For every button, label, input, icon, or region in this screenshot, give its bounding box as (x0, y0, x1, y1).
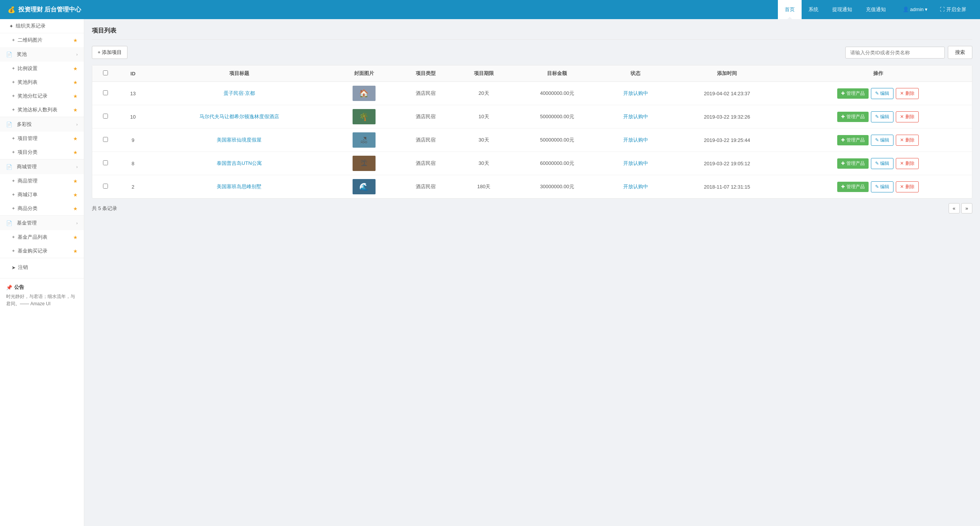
delete-button[interactable]: ✕ 删除 (896, 111, 918, 122)
row-select-checkbox[interactable] (103, 114, 108, 119)
row-id: 13 (119, 82, 147, 105)
user-menu[interactable]: 👤 admin ▾ (897, 0, 934, 19)
status-badge: 开放认购中 (623, 137, 648, 143)
sidebar-item-fund-products[interactable]: ✦ 基金产品列表 ★ (0, 230, 84, 244)
next-page-button[interactable]: » (961, 203, 972, 213)
delete-button[interactable]: ✕ 删除 (896, 181, 918, 192)
manage-product-button[interactable]: ✚ 管理产品 (837, 88, 868, 99)
row-status: 开放认购中 (601, 175, 670, 199)
add-project-button[interactable]: + 添加项目 (92, 46, 127, 59)
jackpot-div-star-icon: ★ (73, 93, 78, 99)
project-title-link[interactable]: 美国塞班仙境度假屋 (217, 137, 261, 143)
sidebar-item-goods[interactable]: ✦ 商品管理 ★ (0, 174, 84, 188)
nav-home[interactable]: 首页 (778, 0, 802, 19)
sidebar-item-jackpot-list[interactable]: ✦ 奖池列表 ★ (0, 75, 84, 89)
fund-purch-plus-icon: ✦ (11, 248, 15, 254)
row-amount: 60000000.00元 (513, 152, 601, 175)
project-title-link[interactable]: 马尔代夫马让都希尔顿逸林度假酒店 (199, 114, 279, 119)
search-input[interactable] (845, 47, 945, 59)
nav-system[interactable]: 系统 (802, 0, 825, 19)
sidebar-logout[interactable]: ➤ 注销 (0, 261, 84, 274)
pagination-area: 共 5 条记录 « » (92, 199, 972, 213)
sidebar-item-qrcode[interactable]: ✦ 二维码图片 ★ (0, 33, 84, 47)
nav-recharge[interactable]: 充值通知 (859, 0, 893, 19)
goods-plus-icon: ✦ (11, 178, 15, 184)
fund-prod-star-icon: ★ (73, 235, 78, 240)
select-all-checkbox[interactable] (103, 70, 108, 75)
row-period: 30天 (455, 129, 513, 152)
fund-prod-plus-icon: ✦ (11, 235, 15, 240)
row-select-checkbox[interactable] (103, 160, 108, 165)
sidebar-item-jackpot-target[interactable]: ✦ 奖池达标人数列表 ★ (0, 103, 84, 117)
project-title-link[interactable]: 泰国普吉岛UTN公寓 (217, 160, 262, 166)
row-select-checkbox[interactable] (103, 184, 108, 189)
row-title: 蛋子民宿·京都 (147, 82, 332, 105)
row-amount: 50000000.00元 (513, 129, 601, 152)
jackpot-list-plus-icon: ✦ (11, 80, 15, 85)
delete-button[interactable]: ✕ 删除 (896, 158, 918, 169)
row-id: 10 (119, 105, 147, 129)
manage-product-button[interactable]: ✚ 管理产品 (837, 158, 868, 169)
row-actions: ✚ 管理产品 ✎ 编辑 ✕ 删除 (784, 82, 972, 105)
row-created: 2019-03-22 19:32:26 (670, 105, 784, 129)
sidebar-item-fund-purchase[interactable]: ✦ 基金购买记录 ★ (0, 244, 84, 258)
prev-page-button[interactable]: « (949, 203, 960, 213)
sidebar-item-jackpot-dividend[interactable]: ✦ 奖池分红记录 ★ (0, 89, 84, 103)
fullscreen-button[interactable]: ⛶ 开启全屏 (934, 0, 972, 19)
manage-product-button[interactable]: ✚ 管理产品 (837, 112, 868, 122)
row-title: 泰国普吉岛UTN公寓 (147, 152, 332, 175)
col-title: 项目标题 (147, 65, 332, 82)
edit-button[interactable]: ✎ 编辑 (871, 88, 893, 99)
orders-star-icon: ★ (73, 192, 78, 198)
row-cover: 🏖 (332, 129, 396, 152)
notice-icon: 📌 (6, 285, 12, 290)
proj-mgr-plus-icon: ✦ (11, 136, 15, 141)
edit-button[interactable]: ✎ 编辑 (871, 158, 893, 169)
sidebar-item-goods-category[interactable]: ✦ 商品分类 ★ (0, 202, 84, 215)
delete-button[interactable]: ✕ 删除 (896, 135, 918, 146)
sidebar-group-fund-header[interactable]: 📄 基金管理 › (0, 216, 84, 230)
brand: 💰 投资理财 后台管理中心 (8, 6, 81, 14)
sidebar-group-shop-header[interactable]: 📄 商城管理 › (0, 160, 84, 174)
sidebar-item-orders[interactable]: ✦ 商城订单 ★ (0, 188, 84, 202)
project-title-link[interactable]: 美国塞班岛思峰别墅 (217, 184, 261, 189)
topnav: 💰 投资理财 后台管理中心 首页 系统 提现通知 充值通知 👤 admin ▾ … (0, 0, 980, 19)
sidebar-notice-text: 时光静好，与君语；细水流年，与君同。—— Amaze UI (6, 293, 78, 308)
project-title-link[interactable]: 蛋子民宿·京都 (224, 90, 255, 96)
proj-cat-plus-icon: ✦ (11, 150, 15, 155)
row-type: 酒店民宿 (396, 105, 454, 129)
col-checkbox (92, 65, 119, 82)
thumbnail: 🌊 (353, 179, 376, 194)
sidebar-item-project-manage[interactable]: ✦ 项目管理 ★ (0, 132, 84, 145)
sidebar-item-goods-category-label: 商品分类 (18, 205, 38, 212)
sidebar-item-org[interactable]: ✦ 组织关系记录 (0, 19, 84, 33)
duocai-group-icon: 📄 (6, 122, 12, 127)
row-amount: 50000000.00元 (513, 105, 601, 129)
sidebar-item-jackpot-list-label: 奖池列表 (18, 79, 38, 86)
sidebar-item-ratio[interactable]: ✦ 比例设置 ★ (0, 62, 84, 75)
sidebar-group-jackpot-header[interactable]: 📄 奖池 › (0, 47, 84, 62)
row-type: 酒店民宿 (396, 175, 454, 199)
edit-button[interactable]: ✎ 编辑 (871, 111, 893, 122)
row-checkbox (92, 175, 119, 199)
status-badge: 开放认购中 (623, 114, 648, 119)
manage-product-button[interactable]: ✚ 管理产品 (837, 135, 868, 145)
search-button[interactable]: 搜索 (948, 46, 972, 59)
thumbnail: 🏝 (353, 156, 376, 171)
goods-cat-star-icon: ★ (73, 206, 78, 212)
nav-withdrawal[interactable]: 提现通知 (825, 0, 859, 19)
sidebar-item-project-category[interactable]: ✦ 项目分类 ★ (0, 145, 84, 159)
delete-button[interactable]: ✕ 删除 (896, 88, 918, 99)
row-actions: ✚ 管理产品 ✎ 编辑 ✕ 删除 (784, 129, 972, 152)
col-actions: 操作 (784, 65, 972, 82)
edit-button[interactable]: ✎ 编辑 (871, 181, 893, 192)
row-title: 马尔代夫马让都希尔顿逸林度假酒店 (147, 105, 332, 129)
manage-product-button[interactable]: ✚ 管理产品 (837, 182, 868, 192)
row-select-checkbox[interactable] (103, 137, 108, 142)
row-period: 20天 (455, 82, 513, 105)
edit-button[interactable]: ✎ 编辑 (871, 135, 893, 146)
proj-cat-star-icon: ★ (73, 150, 78, 155)
thumbnail: 🏠 (353, 86, 376, 101)
sidebar-group-duocai-header[interactable]: 📄 多彩投 › (0, 117, 84, 132)
row-select-checkbox[interactable] (103, 90, 108, 95)
